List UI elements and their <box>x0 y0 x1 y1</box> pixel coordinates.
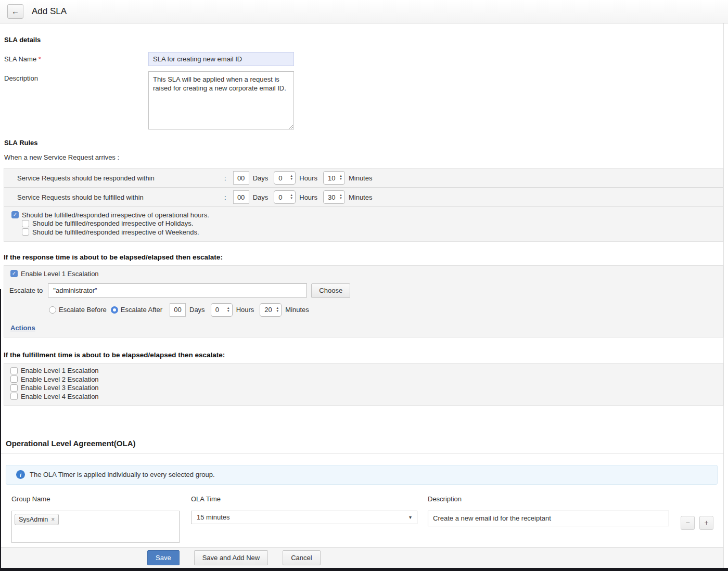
stepper-down-icon[interactable]: ▼ <box>227 310 230 313</box>
stepper-down-icon[interactable]: ▼ <box>339 197 342 200</box>
hours-unit-label: Hours <box>299 193 317 201</box>
ola-time-select[interactable]: 15 minutes ▾ <box>191 511 417 524</box>
sla-name-label: SLA Name * <box>4 52 148 66</box>
enable-level3-fulfillment-checkbox[interactable]: Enable Level 3 Escalation <box>10 384 723 392</box>
enable-level4-fulfillment-checkbox[interactable]: Enable Level 4 Escalation <box>10 392 723 400</box>
page-header: ← Add SLA <box>0 0 728 23</box>
save-and-add-new-button[interactable]: Save and Add New <box>194 550 269 565</box>
stepper-down-icon[interactable]: ▼ <box>276 310 279 313</box>
checkbox-unchecked-icon <box>10 367 18 374</box>
choose-button[interactable]: Choose <box>311 283 350 298</box>
checkbox-weekends[interactable]: Should be fulfilled/responded irrespecti… <box>22 228 723 236</box>
fulfilled-within-label: Service Requests should be fulfilled wit… <box>17 193 224 201</box>
escalate-hours-stepper[interactable]: 0 ▲▼ <box>211 303 233 317</box>
save-button[interactable]: Save <box>147 550 180 565</box>
checkbox-unchecked-icon <box>10 393 18 400</box>
ola-description-input[interactable] <box>428 511 669 526</box>
minutes-unit-label: Minutes <box>349 174 373 182</box>
hours-unit-label: Hours <box>236 306 254 314</box>
ola-description-label: Description <box>428 495 669 503</box>
remove-tag-icon[interactable]: × <box>51 516 55 523</box>
actions-link[interactable]: Actions <box>10 324 35 332</box>
fulfillment-escalation-heading: If the fulfillment time is about to be e… <box>4 351 728 359</box>
info-icon: i <box>16 470 25 479</box>
escalate-minutes-stepper[interactable]: 20 ▲▼ <box>260 303 282 317</box>
response-escalation-heading: If the response time is about to be elap… <box>4 253 728 261</box>
escalate-before-radio[interactable]: Escalate Before <box>49 306 111 314</box>
description-label: Description <box>4 71 148 129</box>
form-footer: Save Save and Add New Cancel <box>0 547 723 568</box>
stepper-down-icon[interactable]: ▼ <box>339 178 342 181</box>
stepper-down-icon[interactable]: ▼ <box>290 178 293 181</box>
page-title: Add SLA <box>32 6 67 17</box>
cancel-button[interactable]: Cancel <box>283 550 320 565</box>
responded-minutes-stepper[interactable]: 10 ▲▼ <box>323 171 345 185</box>
response-escalation-box: ✓ Enable Level 1 Escalation Escalate to … <box>4 265 723 338</box>
responded-hours-stepper[interactable]: 0 ▲▼ <box>274 171 296 185</box>
checkbox-unchecked-icon <box>22 220 29 227</box>
group-name-multiselect[interactable]: SysAdmin × <box>11 511 180 543</box>
checkbox-unchecked-icon <box>22 228 29 236</box>
add-ola-row-button[interactable]: + <box>699 516 713 530</box>
radio-unselected-icon <box>49 306 56 314</box>
chevron-down-icon: ▾ <box>409 514 412 520</box>
checkbox-unchecked-icon <box>10 375 18 383</box>
checkbox-unchecked-icon <box>10 384 18 392</box>
sla-rules-box: Service Requests should be responded wit… <box>4 168 723 242</box>
required-asterisk: * <box>39 55 41 63</box>
checkbox-checked-icon: ✓ <box>10 270 18 277</box>
sla-details-heading: SLA details <box>4 36 728 44</box>
sla-name-input[interactable] <box>148 52 294 66</box>
section-divider <box>1 453 723 454</box>
responded-days-input[interactable] <box>233 171 249 185</box>
ola-section-heading: Operational Level Agreement(OLA) <box>6 439 728 448</box>
form-body: SLA details SLA Name * Description This … <box>0 23 728 547</box>
checkbox-checked-icon: ✓ <box>11 211 19 218</box>
minutes-unit-label: Minutes <box>285 306 309 314</box>
group-tag: SysAdmin × <box>15 514 59 525</box>
minutes-unit-label: Minutes <box>349 193 373 201</box>
escalate-after-radio[interactable]: Escalate After <box>111 306 167 314</box>
enable-level1-response-checkbox[interactable]: ✓ Enable Level 1 Escalation <box>10 270 723 278</box>
vertical-scrollbar[interactable] <box>723 23 728 568</box>
hours-unit-label: Hours <box>299 174 317 182</box>
sla-rules-intro: When a new Service Request arrives : <box>4 153 728 161</box>
radio-selected-icon <box>111 306 118 314</box>
responded-within-row: Service Requests should be responded wit… <box>4 168 723 188</box>
back-arrow-icon: ← <box>11 7 19 16</box>
ola-info-box: i The OLA Timer is applied individually … <box>6 465 718 485</box>
days-unit-label: Days <box>253 174 269 182</box>
irrespective-checkboxes: ✓ Should be fulfilled/responded irrespec… <box>4 207 723 241</box>
fulfilled-hours-stepper[interactable]: 0 ▲▼ <box>274 190 296 204</box>
fulfilled-days-input[interactable] <box>233 190 249 204</box>
days-unit-label: Days <box>189 306 205 314</box>
group-name-label: Group Name <box>11 495 180 503</box>
escalate-to-input[interactable] <box>48 283 307 297</box>
stepper-down-icon[interactable]: ▼ <box>290 197 293 200</box>
enable-level2-fulfillment-checkbox[interactable]: Enable Level 2 Escalation <box>10 375 723 383</box>
responded-within-label: Service Requests should be responded wit… <box>17 174 224 182</box>
fulfillment-escalation-box: Enable Level 1 Escalation Enable Level 2… <box>4 363 723 406</box>
fulfilled-minutes-stepper[interactable]: 30 ▲▼ <box>323 190 345 204</box>
background-page-edge-bottom <box>0 568 728 571</box>
remove-ola-row-button[interactable]: − <box>681 516 695 530</box>
enable-level1-fulfillment-checkbox[interactable]: Enable Level 1 Escalation <box>10 367 723 375</box>
sla-rules-heading: SLA Rules <box>4 139 728 147</box>
days-unit-label: Days <box>253 193 269 201</box>
description-textarea[interactable]: This SLA will be applied when a request … <box>148 71 294 129</box>
ola-row: Group Name SysAdmin × OLA Time 15 minute… <box>11 495 728 543</box>
description-row: Description This SLA will be applied whe… <box>4 71 728 129</box>
escalate-to-label: Escalate to <box>9 287 43 294</box>
escalate-days-input[interactable] <box>170 303 186 317</box>
ola-time-label: OLA Time <box>191 495 417 503</box>
fulfilled-within-row: Service Requests should be fulfilled wit… <box>4 188 723 207</box>
checkbox-operational-hours[interactable]: ✓ Should be fulfilled/responded irrespec… <box>11 211 723 219</box>
back-button[interactable]: ← <box>7 4 23 19</box>
add-sla-panel: ← Add SLA SLA details SLA Name * Descrip… <box>0 0 728 571</box>
sla-name-row: SLA Name * <box>4 52 728 66</box>
checkbox-holidays[interactable]: Should be fulfilled/responded irrespecti… <box>22 219 723 228</box>
ola-info-text: The OLA Timer is applied individually to… <box>30 471 215 478</box>
background-page-edge-left <box>0 289 1 568</box>
